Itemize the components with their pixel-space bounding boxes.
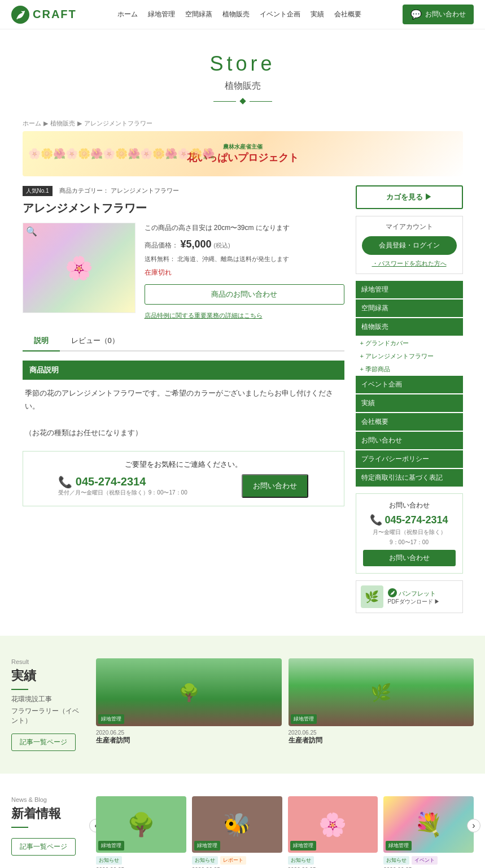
sidebar-item-result[interactable]: 実績: [356, 394, 463, 412]
sidebar-sub-arrange[interactable]: アレンジメントフラワー: [356, 350, 463, 363]
result-label: Result: [11, 658, 79, 665]
news-tag-3-1: イベント: [412, 856, 438, 865]
news-image-3: 💐 緑地管理: [383, 796, 474, 853]
login-button[interactable]: 会員登録・ログイン: [362, 236, 457, 255]
result-title: 実績: [11, 667, 79, 684]
sidebar-sub-seasonal[interactable]: 季節商品: [356, 363, 463, 376]
sidebar-item-event[interactable]: イベント企画: [356, 376, 463, 393]
nav-green[interactable]: 緑地管理: [148, 10, 175, 19]
result-images: 🌳 緑地管理 2020.06.25 生産者訪問 🌿 緑地管理 2020.06.2…: [96, 658, 474, 745]
news-tags-1: お知らせ レポート: [192, 856, 282, 865]
tab-review[interactable]: レビュー（0）: [60, 331, 130, 351]
sidebar-item-space[interactable]: 空間緑蒸: [356, 300, 463, 317]
news-title: 新着情報: [11, 805, 79, 822]
result-badge-1: 緑地管理: [291, 714, 317, 724]
main-container: ホーム ▶ 植物販売 ▶ アレンジメントフラワー 農林水産省主催 花いっぱいプロ…: [11, 116, 474, 613]
result-card-1: 🌿 緑地管理 2020.06.25 生産者訪問: [289, 658, 474, 745]
sidebar-item-green[interactable]: 緑地管理: [356, 281, 463, 298]
cart-button[interactable]: カゴを見る ▶: [356, 185, 463, 209]
breadcrumb: ホーム ▶ 植物販売 ▶ アレンジメントフラワー: [23, 116, 463, 131]
sidebar-contact-box: お問い合わせ 📞 045-274-2314 月〜金曜日（祝祭日を除く） 9：00…: [356, 493, 463, 574]
product-badge: 人気No.1: [23, 186, 53, 196]
phone-hours: 受付／月〜金曜日（祝祭日を除く）9：00〜17：00: [58, 489, 187, 497]
product-info: この商品の高さ目安は 20cm〜39cm になります 商品価格： ¥5,000 …: [145, 223, 344, 320]
nav-event[interactable]: イベント企画: [260, 10, 300, 19]
result-link-1[interactable]: フラワーラリー（イベント）: [11, 706, 79, 726]
news-card-2: 🌸 緑地管理 お知らせ 2020.06.25 秋の花寄せ植え: [288, 796, 378, 868]
news-list-button[interactable]: 記事一覧ページ: [11, 838, 76, 856]
sidebar-sub-groundcover[interactable]: グランドカバー: [356, 337, 463, 350]
sidebar-item-company[interactable]: 会社概要: [356, 413, 463, 431]
product-category-label: 商品カテゴリー：: [59, 187, 109, 194]
content-area: 人気No.1 商品カテゴリー： アレンジメントフラワー アレンジメントフラワー …: [23, 185, 463, 613]
breadcrumb-current: アレンジメントフラワー: [84, 119, 152, 128]
myaccount-section: マイアカウント 会員登録・ログイン ・パスワードを忘れた方へ: [356, 216, 463, 274]
product-inquiry-button[interactable]: 商品のお問い合わせ: [145, 284, 344, 305]
promo-banner: 農林水産省主催 花いっぱいプロジェクト 🌸🌼🌺🌸🌼🌺🌸🌼🌺🌸🌼🌺🌸🌼🌺: [23, 131, 463, 176]
special-note-link[interactable]: 店品特例に関する重要業務の詳細はこちら: [145, 312, 263, 319]
news-tag-0-0: お知らせ: [96, 856, 122, 865]
nav-company[interactable]: 会社概要: [334, 10, 361, 19]
news-tag-3-0: お知らせ: [383, 856, 409, 865]
contact-header-button[interactable]: 💬 お問い合わせ: [403, 5, 474, 24]
breadcrumb-store[interactable]: 植物販売: [50, 119, 75, 128]
result-title-1: 生産者訪問: [289, 736, 474, 745]
news-badge-0: 緑地管理: [98, 841, 124, 850]
news-divider: [11, 827, 28, 828]
shipping-info: 送料無料： 北海道、沖縄、離島は送料が発生します: [145, 255, 344, 263]
divider-line-left: [213, 101, 236, 102]
contact-box-inner: 📞 045-274-2314 受付／月〜金曜日（祝祭日を除く）9：00〜17：0…: [31, 474, 336, 498]
sidebar-item-contact[interactable]: お問い合わせ: [356, 432, 463, 449]
news-image-0: 🌳 緑地管理: [96, 796, 186, 853]
zoom-icon[interactable]: 🔍: [26, 226, 37, 237]
password-link[interactable]: ・パスワードを忘れた方へ: [372, 260, 447, 267]
pamphlet-label: パンフレット: [388, 588, 440, 598]
result-list-button[interactable]: 記事一覧ページ: [11, 734, 76, 751]
result-image-1: 🌿 緑地管理: [289, 658, 474, 726]
pamphlet-icon: 🌿: [361, 585, 383, 608]
result-card-0: 🌳 緑地管理 2020.06.25 生産者訪問: [96, 658, 282, 745]
product-price-row: 商品価格： ¥5,000 (税込): [145, 238, 344, 250]
hero-divider: [0, 99, 485, 103]
sidebar-item-legal[interactable]: 特定商取引法に基づく表記: [356, 469, 463, 487]
news-inner: News & Blog 新着情報 記事一覧ページ ‹ 🌳 緑地管理 お知らせ 2…: [11, 796, 474, 868]
news-tags-3: お知らせ イベント: [383, 856, 474, 865]
pamphlet-logo: [388, 588, 397, 597]
product-section: 人気No.1 商品カテゴリー： アレンジメントフラワー アレンジメントフラワー …: [23, 185, 344, 613]
sidebar: カゴを見る ▶ マイアカウント 会員登録・ログイン ・パスワードを忘れた方へ 緑…: [356, 185, 463, 613]
sidebar-inquiry-button[interactable]: お問い合わせ: [363, 550, 456, 566]
desc-main: 季節の花のアレンジメントフラワーです。ご希望のカラーがございましたらお申し付けく…: [25, 387, 342, 413]
news-badge-3: 緑地管理: [386, 841, 412, 850]
sidebar-pamphlet: 🌿 パンフレット PDFダウンロード ▶: [356, 580, 463, 613]
pamphlet-download[interactable]: PDFダウンロード ▶: [388, 598, 440, 606]
phone-icon: 📞: [58, 475, 72, 489]
result-section: Result 実績 花環境設工事 フラワーラリー（イベント） 記事一覧ページ 🌳…: [0, 636, 485, 774]
page-title: Store: [0, 52, 485, 76]
sidebar-item-plant[interactable]: 植物販売: [356, 318, 463, 336]
price-label: 商品価格：: [145, 241, 178, 249]
product-detail: 🌸 🔍 この商品の高さ目安は 20cm〜39cm になります 商品価格： ¥5,…: [23, 223, 344, 320]
banner-main-text: 花いっぱいプロジェクト: [187, 151, 299, 164]
result-link-0[interactable]: 花環境設工事: [11, 695, 79, 704]
breadcrumb-home[interactable]: ホーム: [23, 119, 41, 128]
news-badge-1: 緑地管理: [194, 841, 220, 850]
page-subtitle: 植物販売: [0, 80, 485, 92]
news-next-button[interactable]: ›: [467, 819, 480, 832]
tab-description[interactable]: 説明: [23, 331, 60, 351]
news-image-2: 🌸 緑地管理: [288, 796, 378, 853]
contact-box-button[interactable]: お問い合わせ: [242, 474, 308, 498]
divider-line-right: [250, 101, 272, 102]
contact-request-box: ご要望をお気軽にご連絡ください。 📞 045-274-2314 受付／月〜金曜日…: [23, 451, 344, 506]
news-badge-2: 緑地管理: [290, 841, 316, 850]
nav-result[interactable]: 実績: [311, 10, 324, 19]
sidebar-contact-title: お問い合わせ: [363, 501, 456, 510]
nav-plant[interactable]: 植物販売: [222, 10, 250, 19]
news-card-1: 🐝 緑地管理 お知らせ レポート 2020.06.25 ハチの巣にご注意を！: [192, 796, 282, 868]
nav-home[interactable]: ホーム: [117, 10, 138, 19]
logo-icon: [11, 6, 29, 24]
nav-space[interactable]: 空間緑蒸: [185, 10, 212, 19]
product-size-desc: この商品の高さ目安は 20cm〜39cm になります: [145, 223, 344, 233]
price-tax: (税込): [213, 242, 230, 249]
product-title: アレンジメントフラワー: [23, 201, 344, 216]
sidebar-item-privacy[interactable]: プライバシーポリシー: [356, 450, 463, 468]
